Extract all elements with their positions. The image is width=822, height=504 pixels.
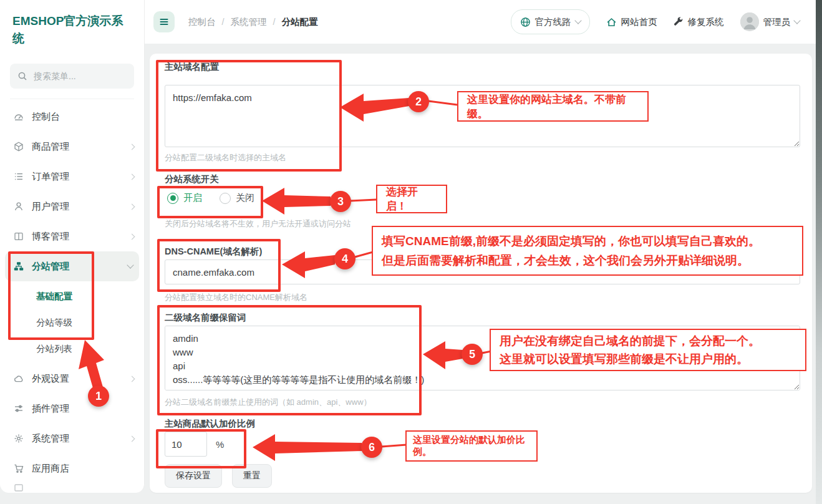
username: 管理员	[763, 16, 791, 28]
sidebar-item-label: 用户管理	[32, 201, 69, 213]
site-home-label: 网站首页	[621, 16, 657, 28]
main-domain-label: 主站域名配置	[165, 61, 219, 73]
radio-on-icon[interactable]	[167, 193, 178, 204]
globe-icon	[520, 17, 531, 27]
hamburger-icon	[158, 16, 170, 27]
markup-ratio-input[interactable]	[165, 432, 207, 457]
topbar-right: 官方线路 网站首页 修复系统 管理员	[511, 9, 816, 34]
radio-off-icon[interactable]	[220, 193, 231, 204]
chevron-right-icon	[129, 143, 135, 150]
user-icon	[14, 201, 24, 211]
sidebar-item-appearance[interactable]: 外观设置	[0, 364, 144, 394]
sidebar-item-subsite[interactable]: 分站管理	[5, 251, 139, 281]
sidebar-item-label: 系统管理	[32, 433, 69, 445]
plugin-icon	[14, 404, 24, 414]
sidebar-item-partial[interactable]	[0, 483, 144, 492]
sidebar-item-label: 商品管理	[32, 141, 69, 153]
chevron-down-icon	[574, 17, 581, 24]
line-selector[interactable]: 官方线路	[511, 9, 590, 34]
sidebar-item-label: 分站管理	[32, 261, 69, 273]
search-icon	[17, 71, 27, 81]
app-title: EMSHOP官方演示系统	[0, 0, 142, 56]
home-icon	[606, 17, 617, 27]
cname-label: DNS-CNAME(域名解析)	[165, 246, 262, 258]
subsite-switch-group: 开启 关闭	[167, 192, 254, 204]
sidebar-item-app-store[interactable]: 应用商店	[0, 453, 144, 483]
sidebar-item-dashboard[interactable]: 控制台	[0, 102, 144, 132]
sidebar-subitem-label: 基础配置	[36, 291, 72, 303]
radio-option-on[interactable]: 开启	[167, 192, 202, 204]
link-icon	[14, 483, 24, 492]
chevron-down-icon	[793, 17, 800, 24]
chevron-down-icon	[127, 261, 133, 268]
chevron-right-icon	[129, 435, 135, 442]
subsite-switch-help: 关闭后分站域名将不生效，用户无法开通或访问分站	[165, 218, 351, 230]
chevron-right-icon	[129, 233, 135, 240]
sidebar-subitem-label: 分站等级	[36, 317, 72, 329]
breadcrumb-system[interactable]: 系统管理	[231, 16, 267, 28]
main-domain-help: 分站配置二级域名时选择的主域名	[165, 152, 286, 163]
radio-off-label: 关闭	[236, 192, 254, 204]
save-button[interactable]: 保存设置	[165, 464, 222, 488]
chevron-right-icon	[129, 173, 135, 180]
sidebar-menu: 控制台 商品管理 订单管理 用户管理 博客管理 分站管理 基础配置	[0, 99, 144, 492]
cname-input[interactable]	[165, 259, 800, 284]
reserved-words-help: 分站二级域名前缀禁止使用的词（如 admin、api、www）	[165, 397, 372, 408]
sidebar-subitem-subsite-list[interactable]: 分站列表	[0, 336, 144, 361]
breadcrumb-separator: /	[273, 17, 276, 27]
search-box[interactable]	[10, 64, 134, 89]
reset-button[interactable]: 重置	[232, 464, 272, 488]
radio-on-label: 开启	[183, 192, 202, 204]
sidebar-item-orders[interactable]: 订单管理	[0, 162, 144, 191]
sidebar-toggle-button[interactable]	[153, 11, 175, 32]
sidebar-item-users[interactable]: 用户管理	[0, 191, 144, 221]
breadcrumb: 控制台 / 系统管理 / 分站配置	[188, 16, 318, 28]
search-input[interactable]	[32, 70, 122, 82]
sidebar-item-label: 博客管理	[32, 231, 69, 243]
dashboard-icon	[14, 112, 24, 122]
site-home-link[interactable]: 网站首页	[606, 16, 657, 28]
reserved-words-label: 二级域名前缀保留词	[165, 312, 246, 324]
avatar	[740, 12, 759, 31]
line-selector-label: 官方线路	[535, 16, 571, 28]
user-menu[interactable]: 管理员	[740, 12, 800, 31]
cart-icon	[14, 463, 24, 473]
reserved-words-textarea[interactable]: amdin www api oss......等等等等(这里的等等等等是指不让使…	[165, 326, 800, 390]
scrollbar[interactable]	[816, 0, 822, 504]
top-header: 控制台 / 系统管理 / 分站配置 官方线路 网站首页 修复系统	[145, 0, 816, 44]
subsite-switch-label: 分站系统开关	[165, 173, 219, 185]
breadcrumb-dashboard[interactable]: 控制台	[188, 16, 216, 28]
chevron-right-icon	[129, 203, 135, 210]
sidebar-subitem-label: 分站列表	[36, 343, 72, 355]
form-actions: 保存设置 重置	[165, 464, 272, 488]
blog-icon	[14, 231, 24, 241]
sidebar-item-products[interactable]: 商品管理	[0, 132, 144, 162]
sidebar-item-plugins[interactable]: 插件管理	[0, 394, 144, 424]
chevron-right-icon	[129, 376, 135, 382]
percent-unit: %	[216, 439, 224, 450]
subsite-icon	[14, 261, 24, 271]
sidebar-item-label: 控制台	[32, 111, 60, 123]
appearance-icon	[14, 374, 24, 384]
sidebar-item-blog[interactable]: 博客管理	[0, 221, 144, 251]
sidebar-item-label: 应用商店	[32, 463, 69, 475]
sidebar: EMSHOP官方演示系统 控制台 商品管理 订单管理 用户管理	[0, 0, 145, 493]
sidebar-item-label: 插件管理	[32, 403, 69, 415]
breadcrumb-separator: /	[222, 17, 225, 27]
sidebar-item-label: 外观设置	[32, 373, 69, 385]
gear-icon	[14, 434, 24, 443]
sidebar-subitem-basic-config[interactable]: 基础配置	[0, 284, 144, 309]
settings-panel: 主站域名配置 https://emfaka.com 分站配置二级域名时选择的主域…	[150, 54, 812, 493]
repair-system-link[interactable]: 修复系统	[674, 16, 724, 28]
sidebar-item-system[interactable]: 系统管理	[0, 424, 144, 453]
wrench-icon	[674, 17, 684, 27]
cname-help: 分站配置独立域名时的CNAME解析域名	[165, 292, 307, 303]
order-icon	[14, 172, 24, 182]
markup-ratio-label: 主站商品默认加价比例	[165, 418, 255, 430]
product-icon	[14, 142, 24, 152]
sidebar-subitem-subsite-level[interactable]: 分站等级	[0, 310, 144, 335]
radio-option-off[interactable]: 关闭	[220, 192, 254, 204]
breadcrumb-current: 分站配置	[282, 16, 318, 28]
main-domain-textarea[interactable]: https://emfaka.com	[165, 85, 800, 147]
sidebar-search-wrap	[10, 64, 134, 99]
